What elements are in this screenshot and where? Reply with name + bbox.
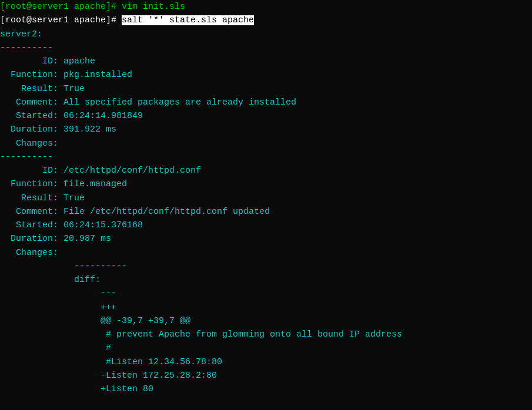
separator-1: ---------- — [0, 41, 532, 55]
diff-context-comment: # prevent Apache from glomming onto all … — [0, 328, 532, 341]
field-function-1: Function: pkg.installed — [0, 68, 532, 82]
field-comment-2: Comment: File /etc/httpd/conf/httpd.conf… — [0, 205, 532, 219]
diff-minus-minus: --- — [0, 287, 532, 300]
diff-plus-plus: +++ — [0, 301, 532, 314]
diff-context-hash: # — [0, 341, 532, 355]
field-duration-2: Duration: 20.987 ms — [0, 232, 532, 246]
line-vim-prompt: [root@server1 apache]# vim init.sls — [0, 0, 532, 14]
diff-label: diff: — [0, 273, 532, 287]
field-changes-2: Changes: — [0, 246, 532, 260]
salt-command: salt '*' state.sls apache — [122, 15, 254, 25]
field-id-1: ID: apache — [0, 55, 532, 68]
field-started-2: Started: 06:24:15.376168 — [0, 219, 532, 232]
field-changes-1: Changes: — [0, 137, 532, 150]
diff-inner-separator: ---------- — [0, 260, 532, 273]
diff-keyword: diff — [74, 275, 95, 285]
terminal: [root@server1 apache]# vim init.sls [roo… — [0, 0, 532, 410]
field-started-1: Started: 06:24:14.981849 — [0, 109, 532, 123]
diff-context-listen-commented: #Listen 12.34.56.78:80 — [0, 355, 532, 369]
field-function-2: Function: file.managed — [0, 177, 532, 191]
server2-label: server2: — [0, 28, 532, 41]
diff-hunk-header: @@ -39,7 +39,7 @@ — [0, 314, 532, 328]
diff-added-listen: +Listen 80 — [0, 382, 532, 396]
field-id-2: ID: /etc/httpd/conf/httpd.conf — [0, 164, 532, 177]
field-result-2: Result: True — [0, 191, 532, 205]
field-result-1: Result: True — [0, 82, 532, 96]
prompt-text: [root@server1 apache]# — [0, 15, 122, 25]
field-duration-1: Duration: 391.922 ms — [0, 123, 532, 136]
separator-2: ---------- — [0, 150, 532, 164]
diff-removed-listen: -Listen 172.25.28.2:80 — [0, 369, 532, 382]
field-comment-1: Comment: All specified packages are alre… — [0, 96, 532, 109]
line-salt-prompt: [root@server1 apache]# salt '*' state.sl… — [0, 14, 532, 27]
